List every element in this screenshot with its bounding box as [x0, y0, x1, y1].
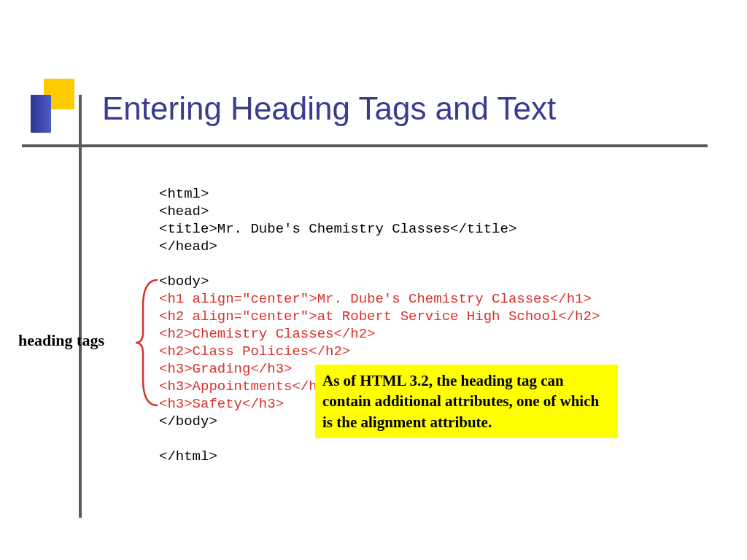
code-line: <title>Mr. Dube's Chemistry Classes</tit…	[159, 221, 516, 237]
code-heading-line: <h3>Grading</h3>	[159, 361, 292, 377]
code-heading-line: <h3>Safety</h3>	[159, 396, 284, 412]
code-heading-line: <h3>Appointments</h3>	[159, 378, 333, 394]
code-line: </html>	[159, 448, 217, 464]
horizontal-divider	[22, 144, 708, 147]
note-callout: As of HTML 3.2, the heading tag can cont…	[315, 365, 618, 438]
code-line: <html>	[159, 186, 209, 202]
code-line: <body>	[159, 273, 209, 289]
code-line: </body>	[159, 413, 217, 429]
code-line: </head>	[159, 238, 217, 254]
heading-tags-label: heading tags	[18, 331, 104, 350]
bracket-icon	[133, 277, 162, 408]
code-heading-line: <h2>Chemistry Classes</h2>	[159, 326, 375, 342]
code-line: <head>	[159, 203, 209, 219]
slide-title: Entering Heading Tags and Text	[102, 90, 556, 127]
code-heading-line: <h2 align="center">at Robert Service Hig…	[159, 308, 600, 324]
blue-square-icon	[31, 95, 51, 133]
code-heading-line: <h1 align="center">Mr. Dube's Chemistry …	[159, 291, 592, 307]
vertical-divider	[79, 95, 82, 518]
code-heading-line: <h2>Class Policies</h2>	[159, 343, 350, 359]
